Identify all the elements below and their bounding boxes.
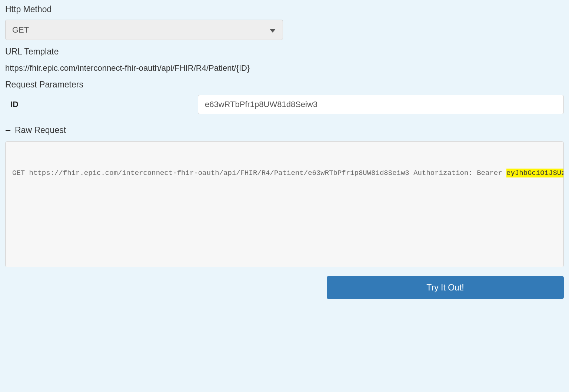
param-input-id[interactable]	[198, 95, 564, 114]
raw-request-box[interactable]: GET https://fhir.epic.com/interconnect-f…	[5, 141, 564, 267]
http-method-select[interactable]: GET	[5, 20, 283, 40]
raw-request-line2-prefix: Authorization: Bearer	[413, 169, 506, 177]
raw-request-label: Raw Request	[15, 125, 66, 135]
button-row: Try It Out!	[5, 276, 564, 299]
http-method-select-wrapper: GET	[5, 20, 283, 40]
collapse-icon: −	[5, 126, 13, 135]
raw-request-toggle[interactable]: − Raw Request	[5, 125, 564, 135]
raw-request-token-highlight: eyJhbGciOiJSUzI1NiIsInR5cCI6IkpXVCJ9.eyJ…	[506, 169, 564, 177]
param-row-id: ID	[5, 95, 564, 114]
try-it-out-button[interactable]: Try It Out!	[327, 276, 564, 299]
url-template-value: https://fhir.epic.com/interconnect-fhir-…	[5, 63, 564, 73]
url-template-label: URL Template	[5, 47, 564, 57]
http-method-label: Http Method	[5, 4, 564, 14]
request-parameters-label: Request Parameters	[5, 80, 564, 90]
raw-request-content: GET https://fhir.epic.com/interconnect-f…	[12, 168, 564, 179]
raw-request-line1: GET https://fhir.epic.com/interconnect-f…	[12, 169, 409, 177]
param-label-id: ID	[5, 100, 198, 109]
